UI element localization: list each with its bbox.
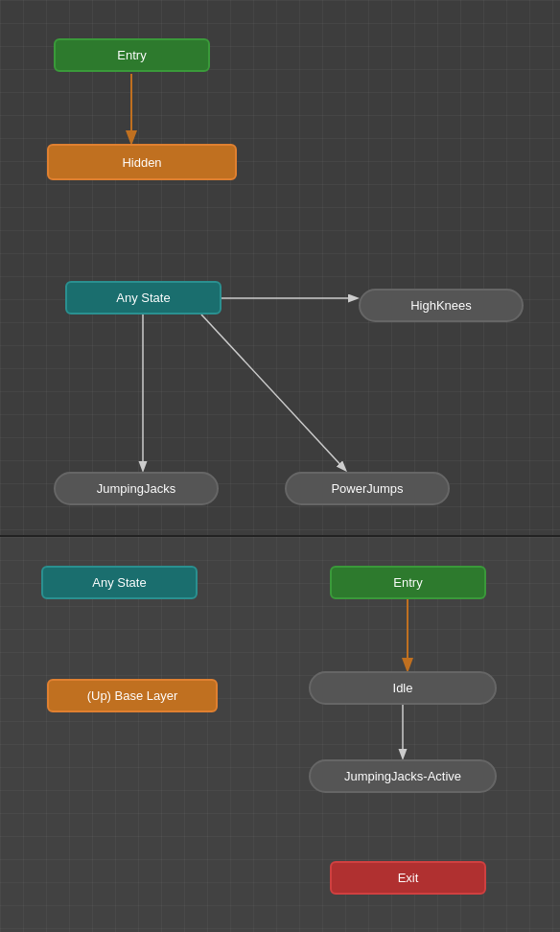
idle-node[interactable]: Idle <box>309 671 497 705</box>
any-state-bottom-node[interactable]: Any State <box>41 566 198 599</box>
up-base-layer-node[interactable]: (Up) Base Layer <box>47 679 218 712</box>
top-panel: Entry Hidden Any State HighKnees Jumping… <box>0 0 560 537</box>
entry-bottom-node[interactable]: Entry <box>330 566 486 599</box>
svg-line-3 <box>201 315 345 470</box>
top-arrows <box>0 0 560 535</box>
power-jumps-node[interactable]: PowerJumps <box>285 472 450 505</box>
hidden-node[interactable]: Hidden <box>47 144 237 180</box>
entry-top-node[interactable]: Entry <box>54 38 210 72</box>
jumping-jacks-node[interactable]: JumpingJacks <box>54 472 219 505</box>
any-state-top-node[interactable]: Any State <box>65 281 222 315</box>
exit-node[interactable]: Exit <box>330 861 486 895</box>
bottom-panel: Any State Entry (Up) Base Layer Idle Jum… <box>0 537 560 932</box>
high-knees-node[interactable]: HighKnees <box>359 289 524 322</box>
jumping-jacks-active-node[interactable]: JumpingJacks-Active <box>309 759 497 793</box>
